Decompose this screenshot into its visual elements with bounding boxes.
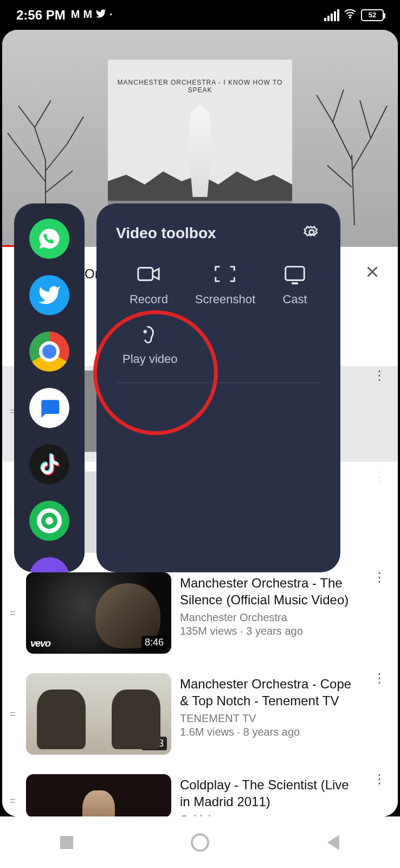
svg-rect-2 xyxy=(138,268,153,280)
drag-handle-icon[interactable]: = xyxy=(10,406,14,417)
messages-icon[interactable] xyxy=(29,388,69,428)
video-toolbox-panel: Video toolbox Record Screenshot Cast xyxy=(96,203,340,572)
gmail-icon: M xyxy=(83,8,92,22)
video-item-stats: 135M views · 3 years ago xyxy=(180,625,360,637)
more-icon[interactable]: ⋮ xyxy=(369,371,390,380)
playlist-item[interactable]: = vevo 8:46 Manchester Orchestra - The S… xyxy=(2,563,398,663)
playlist-item[interactable]: = 7:03 Manchester Orchestra - Cope & Top… xyxy=(2,663,398,764)
gmail-icon: M xyxy=(71,8,80,22)
drag-handle-icon[interactable]: = xyxy=(10,795,14,806)
video-item-title: Manchester Orchestra - Cope & Top Notch … xyxy=(180,675,360,709)
play-video-button[interactable]: Play video xyxy=(122,323,178,366)
ear-icon xyxy=(138,323,163,344)
video-item-stats: 1.6M views · 8 years ago xyxy=(180,726,360,738)
cast-icon xyxy=(282,263,307,285)
battery-icon: 52 xyxy=(361,9,384,21)
video-item-title: Manchester Orchestra - The Silence (Offi… xyxy=(180,575,360,608)
video-item-title: Coldplay - The Scientist (Live in Madrid… xyxy=(180,776,360,810)
drag-handle-icon[interactable]: = xyxy=(10,507,14,518)
toolbox-title: Video toolbox xyxy=(116,225,216,242)
purple-app-icon[interactable] xyxy=(29,557,69,572)
svg-point-4 xyxy=(144,331,146,333)
vevo-badge: vevo xyxy=(30,638,50,649)
divider xyxy=(116,382,321,383)
chrome-icon[interactable] xyxy=(29,331,69,372)
cast-button[interactable]: Cast xyxy=(282,263,307,307)
screenshot-icon xyxy=(212,263,237,285)
video-duration: 7:03 xyxy=(141,737,167,750)
whatsapp-icon[interactable] xyxy=(29,219,69,259)
wifi-icon xyxy=(344,7,357,23)
video-duration: 8:46 xyxy=(141,636,167,649)
playlist-item[interactable]: = Coldplay - The Scientist (Live in Madr… xyxy=(2,764,398,816)
more-icon[interactable]: ⋮ xyxy=(369,673,390,683)
twitter-icon[interactable] xyxy=(29,275,69,315)
recent-apps-button[interactable] xyxy=(56,832,78,853)
svg-rect-3 xyxy=(286,267,305,280)
settings-icon[interactable] xyxy=(302,223,321,244)
navigation-bar xyxy=(0,816,400,868)
video-thumbnail[interactable] xyxy=(26,774,171,816)
more-icon[interactable]: ⋮ xyxy=(369,471,390,481)
app-shortcut-sidebar[interactable] xyxy=(14,203,85,572)
twitter-notif-icon xyxy=(95,8,106,22)
screenshot-button[interactable]: Screenshot xyxy=(195,263,255,307)
album-art: MANCHESTER ORCHESTRA - I KNOW HOW TO SPE… xyxy=(108,60,292,228)
drag-handle-icon[interactable]: = xyxy=(10,709,14,720)
more-icon[interactable]: ⋮ xyxy=(369,572,390,582)
video-thumbnail[interactable]: vevo 8:46 xyxy=(26,572,171,654)
record-icon xyxy=(136,263,161,285)
green-ring-icon[interactable] xyxy=(29,501,69,541)
status-bar: 2:56 PM M M · 52 xyxy=(0,0,400,30)
drag-handle-icon[interactable]: = xyxy=(10,608,14,619)
home-button[interactable] xyxy=(189,832,211,853)
background-tree-right xyxy=(300,62,398,225)
album-caption: MANCHESTER ORCHESTRA - I KNOW HOW TO SPE… xyxy=(108,79,292,94)
video-thumbnail[interactable]: 7:03 xyxy=(26,673,171,755)
more-icon[interactable]: ⋮ xyxy=(369,774,390,784)
video-item-channel: Manchester Orchestra xyxy=(180,611,360,624)
background-tree-left xyxy=(2,62,100,225)
close-button[interactable] xyxy=(358,257,387,291)
record-button[interactable]: Record xyxy=(130,263,168,307)
svg-point-1 xyxy=(309,230,314,235)
dot-icon: · xyxy=(109,8,113,22)
clock: 2:56 PM xyxy=(16,8,66,23)
svg-point-0 xyxy=(350,17,351,18)
tiktok-icon[interactable] xyxy=(29,444,69,484)
signal-icon xyxy=(324,9,339,21)
back-button[interactable] xyxy=(322,832,344,853)
video-item-channel: TENEMENT TV xyxy=(180,712,360,725)
